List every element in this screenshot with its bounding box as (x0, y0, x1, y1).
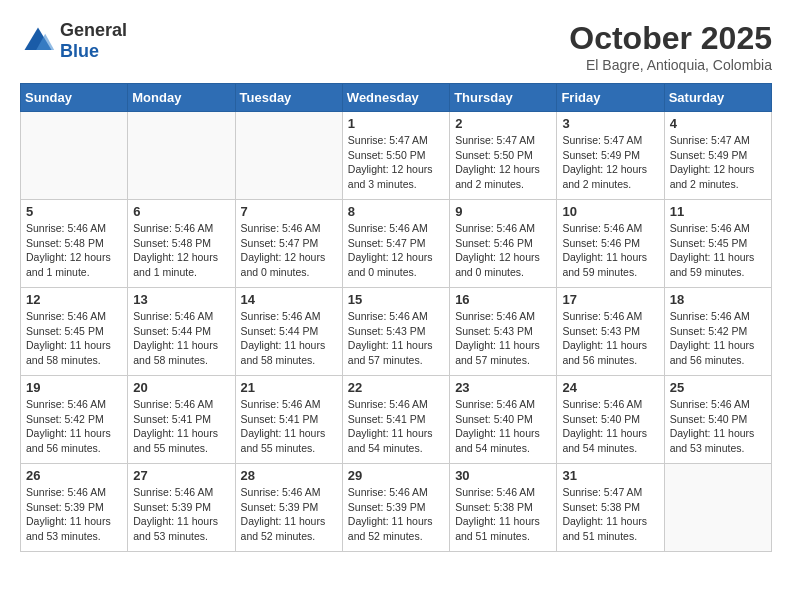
day-number: 29 (348, 468, 444, 483)
day-info: Sunrise: 5:46 AMSunset: 5:39 PMDaylight:… (26, 485, 122, 544)
day-info: Sunrise: 5:46 AMSunset: 5:46 PMDaylight:… (455, 221, 551, 280)
day-info: Sunrise: 5:46 AMSunset: 5:43 PMDaylight:… (562, 309, 658, 368)
day-number: 2 (455, 116, 551, 131)
page-header: General Blue October 2025 El Bagre, Anti… (20, 20, 772, 73)
calendar-cell: 21Sunrise: 5:46 AMSunset: 5:41 PMDayligh… (235, 376, 342, 464)
day-info: Sunrise: 5:46 AMSunset: 5:40 PMDaylight:… (670, 397, 766, 456)
calendar-cell (21, 112, 128, 200)
calendar-cell: 1Sunrise: 5:47 AMSunset: 5:50 PMDaylight… (342, 112, 449, 200)
day-info: Sunrise: 5:46 AMSunset: 5:39 PMDaylight:… (348, 485, 444, 544)
calendar-cell: 6Sunrise: 5:46 AMSunset: 5:48 PMDaylight… (128, 200, 235, 288)
calendar-week-row: 19Sunrise: 5:46 AMSunset: 5:42 PMDayligh… (21, 376, 772, 464)
day-number: 9 (455, 204, 551, 219)
calendar-cell: 5Sunrise: 5:46 AMSunset: 5:48 PMDaylight… (21, 200, 128, 288)
calendar-cell: 27Sunrise: 5:46 AMSunset: 5:39 PMDayligh… (128, 464, 235, 552)
day-info: Sunrise: 5:46 AMSunset: 5:44 PMDaylight:… (133, 309, 229, 368)
calendar-cell: 7Sunrise: 5:46 AMSunset: 5:47 PMDaylight… (235, 200, 342, 288)
day-info: Sunrise: 5:46 AMSunset: 5:39 PMDaylight:… (241, 485, 337, 544)
logo-icon (20, 23, 56, 59)
day-number: 19 (26, 380, 122, 395)
logo: General Blue (20, 20, 127, 62)
day-number: 6 (133, 204, 229, 219)
calendar-cell: 29Sunrise: 5:46 AMSunset: 5:39 PMDayligh… (342, 464, 449, 552)
calendar-cell: 25Sunrise: 5:46 AMSunset: 5:40 PMDayligh… (664, 376, 771, 464)
calendar-cell: 24Sunrise: 5:46 AMSunset: 5:40 PMDayligh… (557, 376, 664, 464)
day-number: 27 (133, 468, 229, 483)
calendar-cell: 23Sunrise: 5:46 AMSunset: 5:40 PMDayligh… (450, 376, 557, 464)
day-info: Sunrise: 5:47 AMSunset: 5:50 PMDaylight:… (455, 133, 551, 192)
calendar-week-row: 5Sunrise: 5:46 AMSunset: 5:48 PMDaylight… (21, 200, 772, 288)
calendar-cell: 18Sunrise: 5:46 AMSunset: 5:42 PMDayligh… (664, 288, 771, 376)
calendar-cell: 11Sunrise: 5:46 AMSunset: 5:45 PMDayligh… (664, 200, 771, 288)
day-info: Sunrise: 5:46 AMSunset: 5:43 PMDaylight:… (348, 309, 444, 368)
weekday-header: Tuesday (235, 84, 342, 112)
calendar-cell: 22Sunrise: 5:46 AMSunset: 5:41 PMDayligh… (342, 376, 449, 464)
day-info: Sunrise: 5:46 AMSunset: 5:48 PMDaylight:… (133, 221, 229, 280)
day-number: 16 (455, 292, 551, 307)
calendar-cell: 10Sunrise: 5:46 AMSunset: 5:46 PMDayligh… (557, 200, 664, 288)
day-number: 10 (562, 204, 658, 219)
day-number: 12 (26, 292, 122, 307)
calendar-cell: 26Sunrise: 5:46 AMSunset: 5:39 PMDayligh… (21, 464, 128, 552)
day-info: Sunrise: 5:46 AMSunset: 5:40 PMDaylight:… (562, 397, 658, 456)
day-number: 5 (26, 204, 122, 219)
day-number: 17 (562, 292, 658, 307)
day-info: Sunrise: 5:46 AMSunset: 5:45 PMDaylight:… (26, 309, 122, 368)
day-number: 1 (348, 116, 444, 131)
day-info: Sunrise: 5:46 AMSunset: 5:47 PMDaylight:… (348, 221, 444, 280)
day-number: 24 (562, 380, 658, 395)
weekday-header: Friday (557, 84, 664, 112)
day-info: Sunrise: 5:46 AMSunset: 5:38 PMDaylight:… (455, 485, 551, 544)
day-info: Sunrise: 5:46 AMSunset: 5:41 PMDaylight:… (133, 397, 229, 456)
day-info: Sunrise: 5:46 AMSunset: 5:44 PMDaylight:… (241, 309, 337, 368)
calendar-table: SundayMondayTuesdayWednesdayThursdayFrid… (20, 83, 772, 552)
weekday-header: Sunday (21, 84, 128, 112)
calendar-cell: 4Sunrise: 5:47 AMSunset: 5:49 PMDaylight… (664, 112, 771, 200)
location: El Bagre, Antioquia, Colombia (569, 57, 772, 73)
calendar-cell (664, 464, 771, 552)
day-info: Sunrise: 5:46 AMSunset: 5:40 PMDaylight:… (455, 397, 551, 456)
calendar-cell: 17Sunrise: 5:46 AMSunset: 5:43 PMDayligh… (557, 288, 664, 376)
day-info: Sunrise: 5:46 AMSunset: 5:41 PMDaylight:… (348, 397, 444, 456)
calendar-cell: 16Sunrise: 5:46 AMSunset: 5:43 PMDayligh… (450, 288, 557, 376)
day-number: 14 (241, 292, 337, 307)
day-number: 11 (670, 204, 766, 219)
day-number: 22 (348, 380, 444, 395)
weekday-header: Monday (128, 84, 235, 112)
calendar-cell: 13Sunrise: 5:46 AMSunset: 5:44 PMDayligh… (128, 288, 235, 376)
day-info: Sunrise: 5:47 AMSunset: 5:50 PMDaylight:… (348, 133, 444, 192)
day-info: Sunrise: 5:47 AMSunset: 5:38 PMDaylight:… (562, 485, 658, 544)
day-info: Sunrise: 5:46 AMSunset: 5:47 PMDaylight:… (241, 221, 337, 280)
day-info: Sunrise: 5:46 AMSunset: 5:39 PMDaylight:… (133, 485, 229, 544)
calendar-cell: 2Sunrise: 5:47 AMSunset: 5:50 PMDaylight… (450, 112, 557, 200)
calendar-cell: 19Sunrise: 5:46 AMSunset: 5:42 PMDayligh… (21, 376, 128, 464)
calendar-cell: 31Sunrise: 5:47 AMSunset: 5:38 PMDayligh… (557, 464, 664, 552)
weekday-header: Thursday (450, 84, 557, 112)
calendar-cell: 12Sunrise: 5:46 AMSunset: 5:45 PMDayligh… (21, 288, 128, 376)
day-number: 20 (133, 380, 229, 395)
weekday-header: Wednesday (342, 84, 449, 112)
day-number: 8 (348, 204, 444, 219)
day-number: 18 (670, 292, 766, 307)
day-info: Sunrise: 5:46 AMSunset: 5:45 PMDaylight:… (670, 221, 766, 280)
day-info: Sunrise: 5:47 AMSunset: 5:49 PMDaylight:… (562, 133, 658, 192)
logo-general: General (60, 20, 127, 41)
day-number: 26 (26, 468, 122, 483)
title-block: October 2025 El Bagre, Antioquia, Colomb… (569, 20, 772, 73)
calendar-cell: 3Sunrise: 5:47 AMSunset: 5:49 PMDaylight… (557, 112, 664, 200)
calendar-cell (128, 112, 235, 200)
month-title: October 2025 (569, 20, 772, 57)
day-number: 4 (670, 116, 766, 131)
day-info: Sunrise: 5:46 AMSunset: 5:41 PMDaylight:… (241, 397, 337, 456)
calendar-cell: 28Sunrise: 5:46 AMSunset: 5:39 PMDayligh… (235, 464, 342, 552)
day-number: 31 (562, 468, 658, 483)
day-number: 28 (241, 468, 337, 483)
day-info: Sunrise: 5:46 AMSunset: 5:48 PMDaylight:… (26, 221, 122, 280)
calendar-cell: 15Sunrise: 5:46 AMSunset: 5:43 PMDayligh… (342, 288, 449, 376)
calendar-cell (235, 112, 342, 200)
calendar-week-row: 12Sunrise: 5:46 AMSunset: 5:45 PMDayligh… (21, 288, 772, 376)
calendar-cell: 9Sunrise: 5:46 AMSunset: 5:46 PMDaylight… (450, 200, 557, 288)
day-number: 13 (133, 292, 229, 307)
day-info: Sunrise: 5:46 AMSunset: 5:42 PMDaylight:… (26, 397, 122, 456)
weekday-header: Saturday (664, 84, 771, 112)
